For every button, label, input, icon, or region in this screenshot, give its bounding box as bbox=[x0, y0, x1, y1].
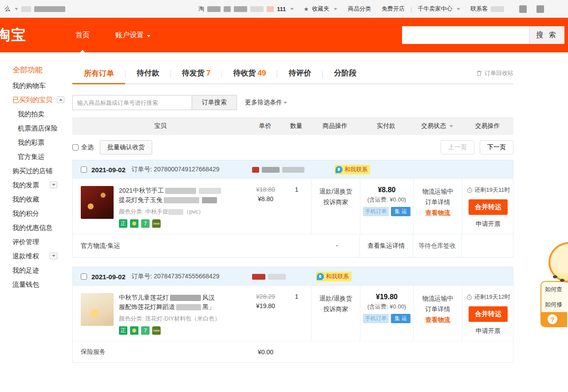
sidebar-item-shops[interactable]: 购买过的店铺 bbox=[12, 166, 72, 175]
sidebar-item-auction[interactable]: 我的拍卖 bbox=[12, 110, 72, 118]
refund-link[interactable]: 退款/退换货 bbox=[312, 186, 360, 197]
batch-row: 全选 批量确认收货 上一页 下一页 bbox=[72, 140, 513, 154]
consolidation-detail-link[interactable]: 查看集运详情 bbox=[367, 242, 405, 250]
sidebar-item-points[interactable]: 我的积分 bbox=[12, 209, 72, 218]
redacted-block bbox=[34, 6, 65, 12]
nav-home[interactable]: 首页 bbox=[75, 31, 90, 40]
redacted-block bbox=[491, 6, 504, 12]
paid-cell: ¥8.80 (含运费: ¥0.00) 手机订单 集 运 bbox=[360, 179, 413, 234]
tab-pending-review[interactable]: 待评价 bbox=[277, 64, 322, 84]
header-search-button[interactable]: 搜 索 bbox=[529, 26, 564, 44]
redacted-block bbox=[267, 6, 274, 12]
redacted-block bbox=[202, 197, 217, 203]
chevron-down-icon bbox=[15, 8, 18, 10]
sidebar: 全部功能 我的购物车 已买到的宝贝 我的拍卖 机票酒店保险 我的彩票 官方集运 … bbox=[0, 52, 72, 363]
trade-actions-cell: 还剩19天11时 合并转运 申请开票 bbox=[462, 179, 514, 234]
nav-account-settings[interactable]: 账户设置 bbox=[115, 31, 150, 40]
service-badges: 正 7 new bbox=[119, 326, 245, 335]
order-search-input[interactable] bbox=[72, 95, 192, 110]
portal-link[interactable]: 淘 bbox=[198, 5, 204, 13]
order-number: 订单号: 2078473574555668429 bbox=[132, 273, 220, 281]
more-filters-button[interactable]: 更多筛选条件 bbox=[245, 99, 287, 107]
open-shop-link[interactable]: 免费开店 bbox=[382, 5, 405, 13]
sidebar-item-coupons[interactable]: 我的优惠信息 bbox=[12, 223, 72, 232]
tab-pending-receipt[interactable]: 待收货49 bbox=[222, 64, 277, 84]
question-icon[interactable]: ? bbox=[548, 314, 557, 324]
sidebar-item-lottery[interactable]: 我的彩票 bbox=[12, 138, 72, 147]
batch-confirm-receipt-button[interactable]: 批量确认收货 bbox=[100, 140, 152, 154]
insurance-sub-row: 保险服务 ¥0.00 bbox=[73, 341, 513, 362]
select-all-checkbox[interactable] bbox=[72, 144, 79, 150]
sidebar-item-purchased[interactable]: 已买到的宝贝 bbox=[12, 95, 72, 104]
product-image[interactable] bbox=[81, 186, 114, 219]
sidebar-item-consolidation[interactable]: 官方集运 bbox=[12, 152, 72, 161]
redacted-block bbox=[282, 167, 304, 173]
trash-icon bbox=[476, 70, 482, 76]
sidebar-title: 全部功能 bbox=[12, 65, 72, 75]
view-logistics-link[interactable]: 查看物流 bbox=[414, 314, 462, 325]
contact-seller-button[interactable]: 和我联系 bbox=[335, 165, 370, 174]
help-link-2[interactable]: 如何修 bbox=[541, 297, 567, 312]
sidebar-item-cart[interactable]: 我的购物车 bbox=[12, 81, 72, 90]
header-search-input[interactable] bbox=[402, 26, 529, 44]
next-page-button[interactable]: 下一页 bbox=[480, 140, 513, 154]
complaint-link[interactable]: 投诉商家 bbox=[312, 304, 360, 314]
select-all[interactable]: 全选 bbox=[72, 143, 94, 151]
countdown: 还剩19天12时 bbox=[462, 293, 514, 301]
order-recycle-bin[interactable]: 订单回收站 bbox=[476, 69, 513, 77]
request-invoice-link[interactable]: 申请开票 bbox=[462, 220, 514, 228]
tab-pending-payment[interactable]: 待付款 bbox=[126, 64, 170, 84]
order-date: 2021-09-02 bbox=[91, 273, 126, 281]
unit-price-cell: ¥18.80 ¥8.80 bbox=[249, 179, 282, 234]
authentic-badge-icon: 正 bbox=[119, 219, 127, 228]
order-select-checkbox[interactable] bbox=[81, 166, 87, 173]
help-link-1[interactable]: 如何查 bbox=[541, 282, 567, 297]
categories-link[interactable]: 商品分类 bbox=[348, 5, 371, 13]
sidebar-item-invoice[interactable]: 我的发票 bbox=[12, 181, 72, 189]
chevron-down-icon bbox=[334, 8, 337, 10]
merge-forwarding-button[interactable]: 合并转运 bbox=[469, 306, 508, 322]
redacted-block bbox=[168, 209, 183, 215]
seller-center-link[interactable]: 千牛卖家中心 bbox=[418, 5, 452, 13]
sidebar-item-ticket-hotel[interactable]: 机票酒店保险 bbox=[12, 124, 72, 132]
order-detail-link[interactable]: 订单详情 bbox=[414, 304, 462, 314]
col-trade-status-sort[interactable]: 交易状态 bbox=[413, 122, 462, 130]
user-account-link[interactable]: 111 bbox=[277, 6, 286, 12]
order-select-checkbox[interactable] bbox=[81, 273, 87, 280]
topbar-left-link[interactable]: 么 bbox=[4, 5, 10, 13]
merge-forwarding-button[interactable]: 合并转运 bbox=[469, 199, 508, 215]
item-actions-cell: 退款/退换货 投诉商家 bbox=[311, 179, 360, 234]
shop-badge-icon bbox=[252, 167, 259, 173]
sidebar-item-refunds[interactable]: 退款维权 bbox=[12, 252, 72, 260]
prev-page-button[interactable]: 上一页 bbox=[441, 140, 474, 154]
view-logistics-link[interactable]: 查看物流 bbox=[414, 207, 462, 218]
sidebar-item-footprints[interactable]: 我的足迹 bbox=[12, 266, 72, 274]
collapse-button[interactable] bbox=[57, 96, 64, 103]
filter-row: 订单搜索 更多筛选条件 bbox=[72, 95, 513, 110]
expand-button[interactable] bbox=[50, 182, 57, 188]
product-image[interactable] bbox=[81, 293, 114, 326]
redacted-block bbox=[164, 197, 199, 203]
expand-button[interactable] bbox=[50, 253, 57, 259]
contact-seller-button[interactable]: 和我联系 bbox=[316, 272, 351, 281]
mascot-assistant[interactable] bbox=[548, 242, 568, 283]
chevron-down-icon bbox=[290, 8, 294, 10]
order-search-button[interactable]: 订单搜索 bbox=[192, 95, 237, 110]
favorites-link[interactable]: 收藏夹 bbox=[312, 5, 329, 13]
taobao-logo[interactable]: 淘宝 bbox=[0, 25, 27, 45]
tab-staged[interactable]: 分阶段 bbox=[323, 64, 367, 84]
tab-all-orders[interactable]: 所有订单 bbox=[72, 65, 125, 84]
insurance-price: ¥0.00 bbox=[249, 348, 282, 356]
contact-service-link[interactable]: 联系客 bbox=[470, 5, 488, 13]
help-box: 如何查 如何修 ? bbox=[540, 281, 567, 327]
product-title-link[interactable]: 中秋节儿童莲花灯风汉 服配饰莲花灯舞蹈道黑」 bbox=[119, 293, 245, 312]
order-detail-link[interactable]: 订单详情 bbox=[414, 197, 462, 207]
sidebar-item-favorites[interactable]: 我的收藏 bbox=[12, 195, 72, 203]
sidebar-item-data-wallet[interactable]: 流量钱包 bbox=[12, 280, 72, 289]
product-title-link[interactable]: 2021中秋节手工 提花灯兔子玉兔 bbox=[119, 186, 245, 205]
request-invoice-link[interactable]: 申请开票 bbox=[462, 327, 514, 335]
complaint-link[interactable]: 投诉商家 bbox=[312, 197, 360, 207]
sidebar-item-reviews[interactable]: 评价管理 bbox=[12, 238, 72, 246]
refund-link[interactable]: 退款/退换货 bbox=[312, 293, 360, 304]
tab-pending-shipment[interactable]: 待发货7 bbox=[171, 64, 221, 84]
